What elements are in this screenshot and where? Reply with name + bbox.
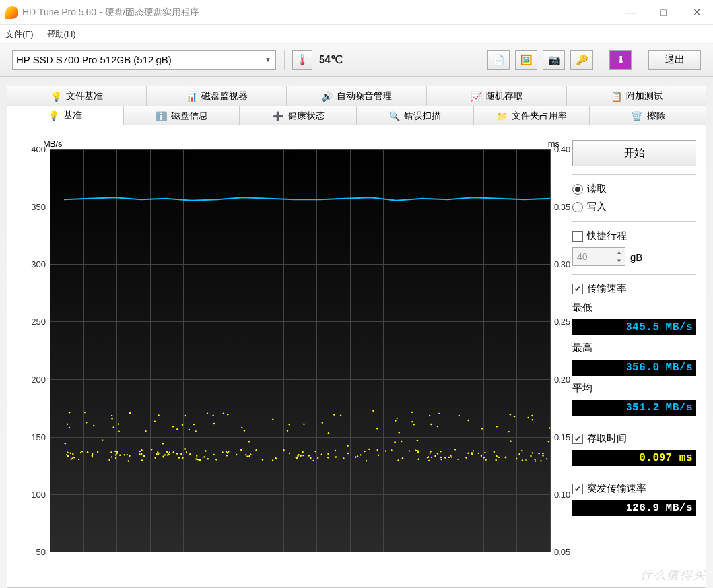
svg-point-212 — [429, 415, 430, 416]
quick-size-spinner[interactable]: 40 ▲▼ — [572, 247, 625, 266]
svg-point-214 — [430, 424, 432, 425]
write-radio[interactable]: 写入 — [572, 201, 696, 213]
svg-point-52 — [70, 453, 71, 454]
svg-point-142 — [477, 453, 479, 454]
svg-point-48 — [450, 455, 451, 456]
menu-help[interactable]: 帮助(H) — [47, 28, 76, 40]
svg-point-205 — [241, 427, 242, 428]
tab-erase[interactable]: 🗑️擦除 — [590, 106, 706, 125]
chart-grid: 4000.403500.353000.302500.252000.201500.… — [50, 149, 550, 552]
tab-extra-tests[interactable]: 📋附加测试 — [566, 86, 706, 106]
svg-point-41 — [378, 455, 379, 456]
plus-icon: ➕ — [272, 110, 284, 122]
device-dropdown-value: HP SSD S700 Pro 512GB (512 gB) — [17, 54, 172, 65]
svg-point-7 — [397, 418, 398, 419]
checkbox-label: 存取时间 — [587, 432, 627, 445]
svg-point-35 — [360, 454, 361, 455]
svg-point-184 — [92, 456, 93, 457]
svg-point-152 — [139, 451, 141, 452]
svg-point-228 — [207, 412, 208, 414]
tab-label: 基准 — [63, 110, 82, 121]
svg-point-235 — [549, 427, 550, 428]
device-dropdown[interactable]: HP SSD S700 Pro 512GB (512 gB) ▼ — [12, 50, 276, 70]
svg-point-186 — [222, 451, 223, 453]
svg-point-233 — [176, 428, 178, 430]
tab-label: 文件夹占用率 — [512, 110, 567, 122]
spinner-arrows[interactable]: ▲▼ — [613, 248, 625, 265]
svg-point-68 — [169, 452, 170, 453]
svg-point-139 — [78, 459, 79, 460]
svg-point-97 — [532, 452, 533, 453]
tab-benchmark[interactable]: 💡基准 — [7, 106, 123, 125]
svg-point-146 — [417, 451, 419, 453]
svg-point-12 — [213, 454, 214, 455]
access-checkbox[interactable]: 存取时间 — [572, 432, 696, 445]
settings-button[interactable]: 🔑 — [570, 50, 593, 70]
svg-point-206 — [411, 412, 413, 413]
svg-point-75 — [409, 450, 410, 451]
svg-point-219 — [193, 424, 195, 425]
svg-point-78 — [70, 458, 71, 459]
svg-point-227 — [223, 412, 224, 414]
copy-info-button[interactable]: 📄 — [487, 50, 510, 70]
maximize-button[interactable]: □ — [647, 0, 680, 25]
svg-point-62 — [302, 455, 304, 456]
svg-point-128 — [164, 454, 166, 455]
svg-point-191 — [178, 457, 180, 458]
titlebar: HD Tune Pro 5.60 - 硬盘/固态硬盘实用程序 ― □ ✕ — [0, 0, 713, 25]
tab-aam[interactable]: 🔊自动噪音管理 — [287, 86, 426, 106]
svg-point-85 — [67, 451, 68, 453]
screenshot-button[interactable]: 📷 — [543, 50, 565, 70]
minimize-button[interactable]: ― — [614, 0, 647, 25]
svg-point-144 — [467, 453, 469, 454]
transfer-checkbox[interactable]: 传输速率 — [572, 282, 696, 295]
svg-point-94 — [347, 445, 348, 446]
chevron-down-icon: ▼ — [265, 56, 271, 63]
read-radio[interactable]: 读取 — [572, 183, 696, 195]
separator — [284, 50, 285, 70]
temperature-button[interactable]: 🌡️ — [292, 50, 312, 70]
tab-file-benchmark[interactable]: 💡文件基准 — [7, 86, 147, 106]
spinner-unit: gB — [630, 251, 642, 263]
close-button[interactable]: ✕ — [680, 0, 713, 25]
copy-image-button[interactable]: 🖼️ — [515, 50, 537, 70]
svg-point-217 — [438, 413, 440, 414]
svg-point-201 — [111, 415, 112, 416]
svg-point-89 — [521, 450, 522, 451]
svg-point-14 — [548, 441, 549, 442]
svg-point-220 — [129, 412, 131, 414]
svg-point-116 — [295, 457, 296, 458]
save-button[interactable]: ⬇ — [609, 50, 632, 70]
svg-point-15 — [176, 453, 178, 454]
quick-checkbox[interactable]: 快捷行程 — [572, 230, 696, 242]
start-button[interactable]: 开始 — [572, 140, 696, 166]
svg-point-136 — [97, 451, 98, 453]
tab-label: 随机存取 — [486, 90, 523, 102]
svg-point-134 — [65, 443, 66, 444]
svg-point-173 — [546, 458, 547, 459]
tab-folder-usage[interactable]: 📁文件夹占用率 — [473, 106, 590, 125]
menu-file[interactable]: 文件(F) — [5, 28, 34, 40]
tab-random-access[interactable]: 📈随机存取 — [426, 86, 566, 106]
svg-point-216 — [67, 424, 68, 425]
tab-health[interactable]: ➕健康状态 — [240, 106, 356, 125]
exit-button[interactable]: 退出 — [648, 50, 701, 70]
svg-point-53 — [302, 451, 303, 453]
svg-point-21 — [391, 449, 392, 451]
tab-error-scan[interactable]: 🔍错误扫描 — [356, 106, 473, 125]
svg-point-236 — [212, 414, 213, 416]
search-icon: 🔍 — [388, 110, 400, 122]
tab-disk-info[interactable]: ℹ️磁盘信息 — [123, 106, 240, 125]
svg-point-200 — [287, 430, 288, 431]
content-area: 💡文件基准 📊磁盘监视器 🔊自动噪音管理 📈随机存取 📋附加测试 💡基准 ℹ️磁… — [0, 77, 713, 588]
svg-point-211 — [118, 423, 119, 424]
svg-point-162 — [522, 459, 523, 461]
svg-point-155 — [108, 459, 110, 461]
burst-checkbox[interactable]: 突发传输速率 — [572, 482, 696, 495]
svg-point-213 — [213, 423, 215, 424]
svg-point-43 — [113, 426, 114, 428]
svg-point-138 — [471, 452, 473, 453]
tab-disk-monitor[interactable]: 📊磁盘监视器 — [147, 86, 287, 106]
svg-point-69 — [245, 454, 246, 455]
svg-point-215 — [372, 410, 374, 412]
